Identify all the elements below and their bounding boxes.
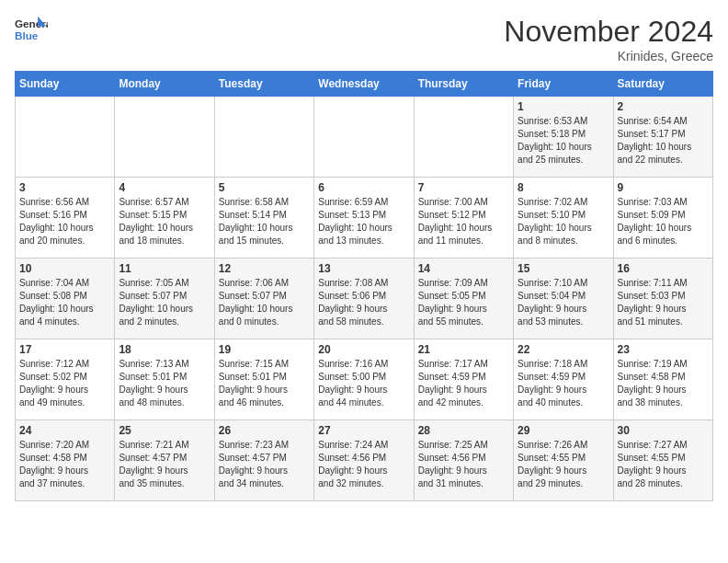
day-number: 12 bbox=[219, 262, 310, 275]
week-row-4: 17Sunrise: 7:12 AMSunset: 5:02 PMDayligh… bbox=[16, 339, 713, 420]
header-tuesday: Tuesday bbox=[214, 72, 313, 97]
subtitle: Krinides, Greece bbox=[504, 49, 713, 63]
table-cell: 6Sunrise: 6:59 AMSunset: 5:13 PMDaylight… bbox=[314, 178, 414, 259]
day-info: Sunrise: 7:27 AMSunset: 4:55 PMDaylight:… bbox=[618, 439, 709, 490]
day-info: Sunrise: 7:12 AMSunset: 5:02 PMDaylight:… bbox=[19, 358, 110, 409]
table-cell: 14Sunrise: 7:09 AMSunset: 5:05 PMDayligh… bbox=[414, 259, 513, 339]
table-cell: 2Sunrise: 6:54 AMSunset: 5:17 PMDaylight… bbox=[613, 97, 712, 178]
table-cell: 11Sunrise: 7:05 AMSunset: 5:07 PMDayligh… bbox=[115, 259, 214, 339]
header-friday: Friday bbox=[514, 72, 613, 97]
table-cell: 18Sunrise: 7:13 AMSunset: 5:01 PMDayligh… bbox=[115, 339, 214, 420]
day-number: 9 bbox=[618, 181, 709, 194]
day-info: Sunrise: 6:58 AMSunset: 5:14 PMDaylight:… bbox=[219, 196, 310, 247]
day-number: 7 bbox=[418, 181, 509, 194]
table-cell: 30Sunrise: 7:27 AMSunset: 4:55 PMDayligh… bbox=[613, 420, 712, 501]
week-row-2: 3Sunrise: 6:56 AMSunset: 5:16 PMDaylight… bbox=[16, 178, 713, 259]
table-cell: 9Sunrise: 7:03 AMSunset: 5:09 PMDaylight… bbox=[613, 178, 712, 259]
day-info: Sunrise: 7:15 AMSunset: 5:01 PMDaylight:… bbox=[219, 358, 310, 409]
header-saturday: Saturday bbox=[613, 72, 712, 97]
day-info: Sunrise: 7:03 AMSunset: 5:09 PMDaylight:… bbox=[618, 196, 709, 247]
day-number: 24 bbox=[19, 424, 110, 437]
day-info: Sunrise: 6:53 AMSunset: 5:18 PMDaylight:… bbox=[518, 115, 609, 167]
day-number: 27 bbox=[318, 424, 409, 437]
day-number: 22 bbox=[518, 343, 609, 356]
day-number: 17 bbox=[19, 343, 110, 356]
day-info: Sunrise: 6:56 AMSunset: 5:16 PMDaylight:… bbox=[19, 196, 110, 247]
table-cell: 3Sunrise: 6:56 AMSunset: 5:16 PMDaylight… bbox=[16, 178, 115, 259]
day-info: Sunrise: 7:10 AMSunset: 5:04 PMDaylight:… bbox=[518, 277, 609, 328]
day-number: 2 bbox=[618, 100, 709, 113]
day-number: 1 bbox=[518, 100, 609, 113]
table-cell: 17Sunrise: 7:12 AMSunset: 5:02 PMDayligh… bbox=[16, 339, 115, 420]
day-number: 16 bbox=[618, 262, 709, 275]
table-cell: 25Sunrise: 7:21 AMSunset: 4:57 PMDayligh… bbox=[115, 420, 214, 501]
table-cell: 27Sunrise: 7:24 AMSunset: 4:56 PMDayligh… bbox=[314, 420, 414, 501]
day-info: Sunrise: 7:05 AMSunset: 5:07 PMDaylight:… bbox=[119, 277, 210, 328]
table-cell: 23Sunrise: 7:19 AMSunset: 4:58 PMDayligh… bbox=[613, 339, 712, 420]
table-cell bbox=[115, 97, 214, 178]
day-info: Sunrise: 7:00 AMSunset: 5:12 PMDaylight:… bbox=[418, 196, 509, 247]
day-info: Sunrise: 7:20 AMSunset: 4:58 PMDaylight:… bbox=[19, 439, 110, 490]
day-info: Sunrise: 7:19 AMSunset: 4:58 PMDaylight:… bbox=[618, 358, 709, 409]
day-info: Sunrise: 7:18 AMSunset: 4:59 PMDaylight:… bbox=[518, 358, 609, 409]
table-cell bbox=[314, 97, 414, 178]
day-info: Sunrise: 7:21 AMSunset: 4:57 PMDaylight:… bbox=[119, 439, 210, 490]
day-info: Sunrise: 6:54 AMSunset: 5:17 PMDaylight:… bbox=[618, 115, 709, 167]
table-cell: 10Sunrise: 7:04 AMSunset: 5:08 PMDayligh… bbox=[16, 259, 115, 339]
logo-icon: General Blue bbox=[15, 15, 48, 48]
table-cell: 1Sunrise: 6:53 AMSunset: 5:18 PMDaylight… bbox=[514, 97, 613, 178]
day-number: 18 bbox=[119, 343, 210, 356]
week-row-5: 24Sunrise: 7:20 AMSunset: 4:58 PMDayligh… bbox=[16, 420, 713, 501]
calendar-table: SundayMondayTuesdayWednesdayThursdayFrid… bbox=[15, 71, 713, 501]
day-info: Sunrise: 7:17 AMSunset: 4:59 PMDaylight:… bbox=[418, 358, 509, 409]
table-cell: 15Sunrise: 7:10 AMSunset: 5:04 PMDayligh… bbox=[514, 259, 613, 339]
table-cell: 21Sunrise: 7:17 AMSunset: 4:59 PMDayligh… bbox=[414, 339, 513, 420]
header-monday: Monday bbox=[115, 72, 214, 97]
day-info: Sunrise: 7:16 AMSunset: 5:00 PMDaylight:… bbox=[318, 358, 409, 409]
table-cell: 19Sunrise: 7:15 AMSunset: 5:01 PMDayligh… bbox=[214, 339, 313, 420]
table-cell: 8Sunrise: 7:02 AMSunset: 5:10 PMDaylight… bbox=[514, 178, 613, 259]
day-number: 29 bbox=[518, 424, 609, 437]
month-title: November 2024 bbox=[504, 15, 713, 49]
day-number: 19 bbox=[219, 343, 310, 356]
day-number: 10 bbox=[19, 262, 110, 275]
header-sunday: Sunday bbox=[16, 72, 115, 97]
day-info: Sunrise: 6:57 AMSunset: 5:15 PMDaylight:… bbox=[119, 196, 210, 247]
day-info: Sunrise: 7:02 AMSunset: 5:10 PMDaylight:… bbox=[518, 196, 609, 247]
day-number: 13 bbox=[318, 262, 409, 275]
day-number: 6 bbox=[318, 181, 409, 194]
day-info: Sunrise: 7:13 AMSunset: 5:01 PMDaylight:… bbox=[119, 358, 210, 409]
table-cell: 24Sunrise: 7:20 AMSunset: 4:58 PMDayligh… bbox=[16, 420, 115, 501]
table-cell: 29Sunrise: 7:26 AMSunset: 4:55 PMDayligh… bbox=[514, 420, 613, 501]
table-cell bbox=[214, 97, 313, 178]
day-info: Sunrise: 7:06 AMSunset: 5:07 PMDaylight:… bbox=[219, 277, 310, 328]
calendar-header: SundayMondayTuesdayWednesdayThursdayFrid… bbox=[16, 72, 713, 97]
header-thursday: Thursday bbox=[414, 72, 513, 97]
day-number: 26 bbox=[219, 424, 310, 437]
day-info: Sunrise: 7:08 AMSunset: 5:06 PMDaylight:… bbox=[318, 277, 409, 328]
day-number: 21 bbox=[418, 343, 509, 356]
day-number: 23 bbox=[618, 343, 709, 356]
table-cell: 20Sunrise: 7:16 AMSunset: 5:00 PMDayligh… bbox=[314, 339, 414, 420]
week-row-3: 10Sunrise: 7:04 AMSunset: 5:08 PMDayligh… bbox=[16, 259, 713, 339]
header-row: SundayMondayTuesdayWednesdayThursdayFrid… bbox=[16, 72, 713, 97]
day-number: 14 bbox=[418, 262, 509, 275]
day-info: Sunrise: 6:59 AMSunset: 5:13 PMDaylight:… bbox=[318, 196, 409, 247]
table-cell: 13Sunrise: 7:08 AMSunset: 5:06 PMDayligh… bbox=[314, 259, 414, 339]
day-info: Sunrise: 7:25 AMSunset: 4:56 PMDaylight:… bbox=[418, 439, 509, 490]
day-number: 3 bbox=[19, 181, 110, 194]
day-number: 25 bbox=[119, 424, 210, 437]
week-row-1: 1Sunrise: 6:53 AMSunset: 5:18 PMDaylight… bbox=[16, 97, 713, 178]
day-number: 30 bbox=[618, 424, 709, 437]
day-number: 20 bbox=[318, 343, 409, 356]
table-cell: 16Sunrise: 7:11 AMSunset: 5:03 PMDayligh… bbox=[613, 259, 712, 339]
table-cell: 12Sunrise: 7:06 AMSunset: 5:07 PMDayligh… bbox=[214, 259, 313, 339]
day-number: 11 bbox=[119, 262, 210, 275]
table-cell: 26Sunrise: 7:23 AMSunset: 4:57 PMDayligh… bbox=[214, 420, 313, 501]
header-wednesday: Wednesday bbox=[314, 72, 414, 97]
day-number: 5 bbox=[219, 181, 310, 194]
table-cell bbox=[414, 97, 513, 178]
page-header: General Blue November 2024 Krinides, Gre… bbox=[15, 15, 713, 63]
day-number: 28 bbox=[418, 424, 509, 437]
day-info: Sunrise: 7:11 AMSunset: 5:03 PMDaylight:… bbox=[618, 277, 709, 328]
